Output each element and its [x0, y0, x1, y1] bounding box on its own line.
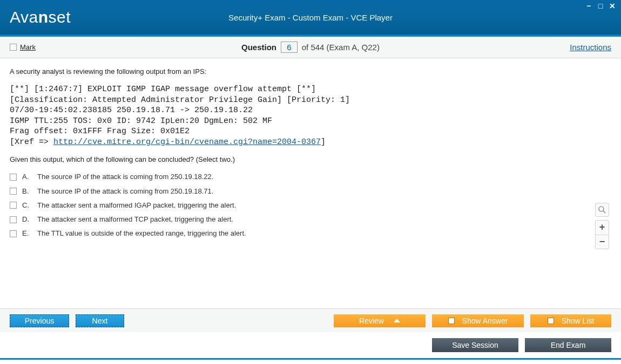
close-icon[interactable]: ✕ — [608, 2, 617, 10]
question-position: Question 6 of 544 (Exam A, Q22) — [0, 42, 621, 53]
app-logo: Avanset — [10, 8, 71, 26]
option-letter: D. — [22, 215, 32, 224]
window-title: Security+ Exam - Custom Exam - VCE Playe… — [0, 13, 621, 22]
footer-bar: Save Session End Exam — [0, 332, 621, 358]
question-prompt: Given this output, which of the followin… — [10, 155, 611, 164]
option-text: The attacker sent a malformed TCP packet… — [37, 215, 233, 224]
option-b: B. The source IP of the attack is coming… — [10, 187, 611, 196]
option-letter: E. — [22, 229, 32, 238]
window-controls: − □ ✕ — [584, 2, 617, 10]
bottom-stripe — [0, 358, 621, 360]
option-letter: B. — [22, 187, 32, 196]
option-text: The source IP of the attack is coming fr… — [37, 187, 213, 196]
next-button[interactable]: Next — [76, 314, 124, 327]
show-list-checkbox[interactable] — [548, 318, 554, 324]
action-bar: Previous Next Review Show Answer Show Li… — [0, 308, 621, 332]
option-a: A. The source IP of the attack is coming… — [10, 172, 611, 182]
option-letter: C. — [22, 201, 32, 210]
show-answer-checkbox[interactable] — [448, 318, 455, 324]
question-content: A security analyst is reviewing the foll… — [0, 58, 621, 308]
review-button[interactable]: Review — [334, 314, 426, 327]
option-a-checkbox[interactable] — [10, 174, 17, 181]
answer-options: A. The source IP of the attack is coming… — [10, 172, 611, 238]
save-session-button[interactable]: Save Session — [432, 338, 518, 352]
show-answer-button[interactable]: Show Answer — [432, 314, 524, 327]
toolbar: Mark Question 6 of 544 (Exam A, Q22) Ins… — [0, 37, 621, 58]
option-b-checkbox[interactable] — [10, 188, 17, 195]
option-letter: A. — [22, 172, 32, 182]
svg-point-0 — [599, 207, 604, 211]
show-list-button[interactable]: Show List — [530, 314, 611, 327]
triangle-up-icon — [394, 319, 400, 322]
minimize-icon[interactable]: − — [584, 2, 593, 10]
titlebar: Avanset Security+ Exam - Custom Exam - V… — [0, 0, 621, 37]
end-exam-button[interactable]: End Exam — [525, 338, 611, 352]
option-e: E. The TTL value is outside of the expec… — [10, 229, 611, 238]
previous-button[interactable]: Previous — [10, 314, 69, 327]
zoom-out-button[interactable]: − — [596, 235, 609, 249]
zoom-controls: + − — [595, 203, 609, 249]
search-icon[interactable] — [595, 203, 609, 217]
option-text: The source IP of the attack is coming fr… — [37, 172, 213, 182]
ips-output: [**] [1:2467:7] EXPLOIT IGMP IGAP messag… — [10, 84, 611, 147]
option-text: The TTL value is outside of the expected… — [37, 229, 246, 238]
option-text: The attacker sent a malformed IGAP packe… — [37, 201, 236, 210]
option-c: C. The attacker sent a malformed IGAP pa… — [10, 201, 611, 210]
option-d: D. The attacker sent a malformed TCP pac… — [10, 215, 611, 224]
svg-line-1 — [603, 211, 605, 213]
question-number-box: 6 — [281, 42, 297, 53]
option-c-checkbox[interactable] — [10, 202, 17, 209]
option-e-checkbox[interactable] — [10, 230, 17, 237]
zoom-in-button[interactable]: + — [596, 221, 609, 235]
maximize-icon[interactable]: □ — [596, 2, 605, 10]
option-d-checkbox[interactable] — [10, 216, 17, 223]
question-intro: A security analyst is reviewing the foll… — [10, 67, 611, 77]
xref-link[interactable]: http://cve.mitre.org/cgi-bin/cvename.cgi… — [53, 138, 321, 147]
